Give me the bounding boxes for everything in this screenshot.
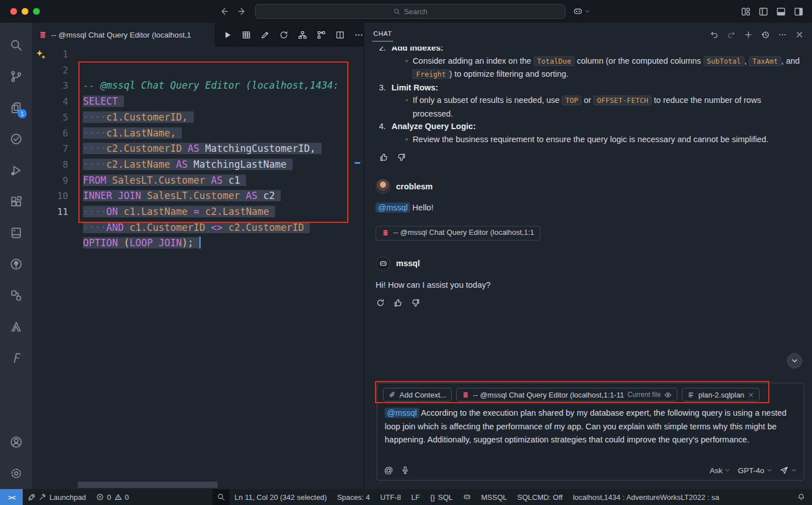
sqlcmd-item[interactable]: SQLCMD: Off xyxy=(512,489,568,505)
copilot-status-item[interactable] xyxy=(458,489,476,505)
redo-icon[interactable] xyxy=(727,30,736,39)
minimize-window-button[interactable] xyxy=(22,8,28,15)
go-forward-button[interactable] xyxy=(237,6,247,16)
close-chat-button[interactable] xyxy=(795,30,804,39)
send-button[interactable] xyxy=(780,466,789,475)
toggle-primary-sidebar-button[interactable] xyxy=(758,6,769,17)
tab-chat[interactable]: CHAT xyxy=(372,28,393,42)
activity-testing[interactable] xyxy=(0,123,32,155)
run-query-button[interactable] xyxy=(223,30,232,40)
language-item[interactable]: {} SQL xyxy=(425,489,458,505)
activity-connections[interactable] xyxy=(0,280,32,311)
mssql-item[interactable]: MSSQL xyxy=(476,489,513,505)
more-actions-button[interactable] xyxy=(354,30,364,40)
activity-bar: 1 xyxy=(0,23,32,489)
toggle-panel-button[interactable] xyxy=(776,6,786,17)
context-chip[interactable]: -- @mssql Chat Query Editor (localhost,1… xyxy=(456,388,677,401)
message-attachment-chip[interactable]: -- @mssql Chat Query Editor (localhost,1… xyxy=(376,226,540,241)
activity-fabric[interactable] xyxy=(0,342,32,374)
context-chip[interactable]: plan-2.sqlplan xyxy=(682,388,760,401)
code-line[interactable]: FROM SalesLT.Customer AS c1 xyxy=(83,173,364,189)
estimated-plan-button[interactable] xyxy=(298,30,307,40)
accounts-button[interactable] xyxy=(0,427,32,458)
activity-source-control[interactable] xyxy=(0,61,32,92)
activity-extensions[interactable] xyxy=(0,186,32,217)
code-line[interactable]: INNER JOIN SalesLT.Customer AS c2 xyxy=(83,188,364,204)
mode-picker[interactable]: Ask xyxy=(710,466,731,475)
regenerate-button[interactable] xyxy=(376,298,385,308)
indentation-item[interactable]: Spaces: 4 xyxy=(332,489,375,505)
thumbs-up-button[interactable] xyxy=(393,298,403,308)
code-line[interactable]: ····AND c1.CustomerID <> c2.CustomerID xyxy=(83,220,364,236)
code-token: ···· xyxy=(83,143,106,154)
code-line[interactable]: ····c2.LastName AS MatchingLastName xyxy=(83,157,364,173)
copilot-menu-button[interactable] xyxy=(573,6,590,16)
chat-input-text[interactable]: @mssql According to the execution plan s… xyxy=(383,407,798,447)
code-line[interactable]: -- @mssql Chat Query Editor (localhost,1… xyxy=(83,78,364,94)
thumbs-up-button[interactable] xyxy=(379,152,389,162)
code-line[interactable]: ····c1.CustomerID, xyxy=(83,110,364,126)
copilot-sparkle-icon[interactable] xyxy=(35,49,47,60)
eol-item[interactable]: LF xyxy=(406,489,425,505)
zoom-indicator[interactable] xyxy=(213,489,230,505)
toggle-secondary-sidebar-button[interactable] xyxy=(793,6,804,17)
selection: ····AND c1.CustomerID <> c2.CustomerID xyxy=(83,222,310,233)
thumbs-down-button[interactable] xyxy=(411,298,420,308)
connection-item[interactable]: localhost,1434 : AdventureWorksLT2022 : … xyxy=(568,489,724,505)
chat-history-button[interactable] xyxy=(761,30,770,39)
code-line[interactable]: ····c1.LastName, xyxy=(83,126,364,142)
eye-icon[interactable] xyxy=(664,391,672,399)
error-icon xyxy=(96,493,104,501)
code-token: ···· xyxy=(83,127,106,139)
code-editor[interactable]: 1234567891011 -- @mssql Chat Query Edito… xyxy=(32,47,364,489)
cursor-position-item[interactable]: Ln 11, Col 20 (342 selected) xyxy=(230,489,332,505)
chevron-down-icon[interactable] xyxy=(791,467,797,473)
editor-tab[interactable]: -- @mssql Chat Query Editor (localhost,1 xyxy=(32,23,215,47)
zoom-window-button[interactable] xyxy=(33,8,40,15)
query-plan-button[interactable] xyxy=(317,30,326,40)
connect-button[interactable] xyxy=(260,30,270,40)
horizontal-scrollbar[interactable] xyxy=(78,482,218,488)
split-editor-button[interactable] xyxy=(335,30,345,40)
activity-run-debug[interactable] xyxy=(0,155,32,186)
scroll-to-bottom-button[interactable] xyxy=(787,353,802,369)
code-line[interactable]: OPTION (LOOP JOIN); xyxy=(83,235,364,251)
bullet-text: Review the business requirement to ensur… xyxy=(413,133,768,146)
close-window-button[interactable] xyxy=(10,8,17,15)
microphone-button[interactable] xyxy=(401,466,410,475)
command-center-search[interactable]: Search xyxy=(255,4,565,19)
chat-more-button[interactable] xyxy=(778,30,787,39)
activity-github[interactable] xyxy=(0,249,32,280)
code-line[interactable]: ····c2.CustomerID AS MatchingCustomerID, xyxy=(83,141,364,157)
launchpad-item[interactable]: Launchpad xyxy=(23,489,91,505)
code-line[interactable]: SELECT xyxy=(83,94,364,110)
results-grid-button[interactable] xyxy=(241,30,251,40)
bullet-text: Consider adding an index on the TotalDue… xyxy=(413,55,801,81)
new-chat-button[interactable] xyxy=(744,30,753,39)
chat-input[interactable]: Add Context...-- @mssql Chat Query Edito… xyxy=(377,383,804,481)
context-chip[interactable]: Add Context... xyxy=(383,388,452,401)
undo-icon[interactable] xyxy=(710,30,719,39)
activity-azure[interactable] xyxy=(0,311,32,342)
code-line[interactable]: ····ON c1.LastName = c2.LastName xyxy=(83,204,364,220)
notifications-bell[interactable] xyxy=(792,489,812,505)
settings-button[interactable] xyxy=(0,458,32,489)
model-picker[interactable]: GPT-4o xyxy=(738,466,772,475)
window-controls xyxy=(0,8,40,15)
remove-chip-icon[interactable] xyxy=(748,392,754,398)
thumbs-down-button[interactable] xyxy=(397,152,406,162)
activity-chat-editors[interactable]: 1 xyxy=(0,92,32,123)
change-connection-button[interactable] xyxy=(279,30,289,40)
encoding-item[interactable]: UTF-8 xyxy=(375,489,406,505)
problems-item[interactable]: 0 0 xyxy=(91,489,134,505)
search-icon xyxy=(10,39,23,52)
mention-button[interactable]: @ xyxy=(384,465,393,475)
remote-indicator[interactable]: >< xyxy=(0,489,23,505)
go-back-button[interactable] xyxy=(219,6,229,16)
activity-search[interactable] xyxy=(0,30,32,61)
code-area[interactable]: -- @mssql Chat Query Editor (localhost,1… xyxy=(83,47,364,489)
mention-chip[interactable]: @mssql xyxy=(376,202,410,213)
customize-layout-button[interactable] xyxy=(740,6,751,17)
activity-database-projects[interactable] xyxy=(0,217,32,249)
paperclip-icon xyxy=(389,391,396,399)
